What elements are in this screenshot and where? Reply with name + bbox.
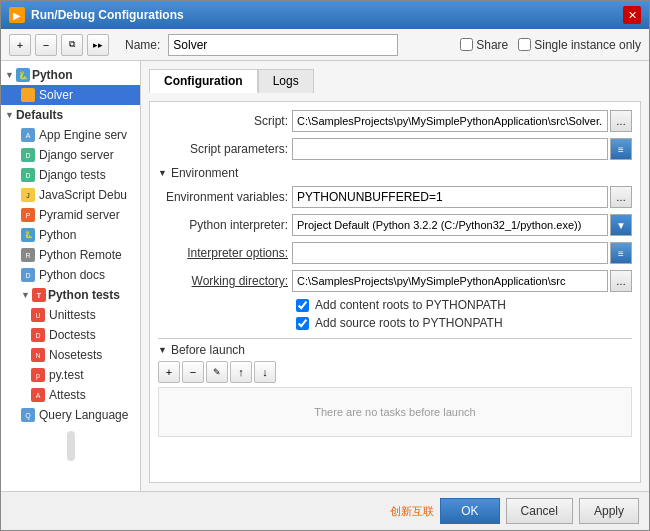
js-debug-label: JavaScript Debu [39,188,127,202]
django-tests-label: Django tests [39,168,106,182]
sidebar-item-query-language[interactable]: Q Query Language [1,405,140,425]
python-icon: 🐍 [21,228,35,242]
copy-config-button[interactable]: ⧉ [61,34,83,56]
python-group-label: Python [32,68,73,82]
name-row-right: Share Single instance only [460,38,641,52]
cancel-button[interactable]: Cancel [506,498,573,524]
share-checkbox[interactable] [460,38,473,51]
script-browse-button[interactable]: … [610,110,632,132]
defaults-group-label: Defaults [16,108,63,122]
title-bar: ▶ Run/Debug Configurations ✕ [1,1,649,29]
apply-button[interactable]: Apply [579,498,639,524]
launch-down-button[interactable]: ↓ [254,361,276,383]
right-panel: Configuration Logs Script: … Script para… [141,61,649,491]
sidebar-item-python[interactable]: 🐍 Python [1,225,140,245]
launch-toolbar: + − ✎ ↑ ↓ [158,361,632,383]
bottom-bar: 创新互联 OK Cancel Apply [1,491,649,530]
add-content-roots-checkbox[interactable] [296,299,309,312]
launch-add-button[interactable]: + [158,361,180,383]
unittests-icon: U [31,308,45,322]
python-tests-icon: T [32,288,46,302]
more-button[interactable]: ▸▸ [87,34,109,56]
sidebar-item-python-tests-group[interactable]: ▼ T Python tests [1,285,140,305]
sidebar-item-django-server[interactable]: D Django server [1,145,140,165]
sidebar-item-django-tests[interactable]: D Django tests [1,165,140,185]
watermark: 创新互联 [390,504,434,519]
sidebar: ▼ 🐍 Python Solver ▼ Defaults A App Engin… [1,61,141,491]
env-vars-input[interactable] [292,186,608,208]
add-source-roots-checkbox[interactable] [296,317,309,330]
sidebar-item-solver[interactable]: Solver [1,85,140,105]
sidebar-item-pytest[interactable]: p py.test [1,365,140,385]
script-params-browse-button[interactable]: ≡ [610,138,632,160]
interpreter-options-label: Interpreter options: [158,246,288,260]
add-source-roots-row: Add source roots to PYTHONPATH [158,316,632,330]
sidebar-item-python-remote[interactable]: R Python Remote [1,245,140,265]
env-vars-input-area: … [292,186,632,208]
add-config-button[interactable]: + [9,34,31,56]
launch-up-button[interactable]: ↑ [230,361,252,383]
python-interpreter-dropdown-button[interactable]: ▼ [610,214,632,236]
single-instance-checkbox-label[interactable]: Single instance only [518,38,641,52]
sidebar-item-app-engine[interactable]: A App Engine serv [1,125,140,145]
app-engine-label: App Engine serv [39,128,127,142]
sidebar-item-pyramid-server[interactable]: P Pyramid server [1,205,140,225]
python-interpreter-label: Python interpreter: [158,218,288,232]
sidebar-item-python-docs[interactable]: D Python docs [1,265,140,285]
sidebar-item-nosetests[interactable]: N Nosetests [1,345,140,365]
remove-config-button[interactable]: − [35,34,57,56]
python-interpreter-input[interactable] [292,214,608,236]
script-params-input-area: ≡ [292,138,632,160]
js-debug-icon: J [21,188,35,202]
working-dir-browse-button[interactable]: … [610,270,632,292]
sidebar-group-defaults[interactable]: ▼ Defaults [1,105,140,125]
python-label: Python [39,228,76,242]
window-icon: ▶ [9,7,25,23]
python-interpreter-input-area: ▼ [292,214,632,236]
sidebar-item-attests[interactable]: A Attests [1,385,140,405]
env-vars-browse-button[interactable]: … [610,186,632,208]
ok-button[interactable]: OK [440,498,499,524]
working-dir-input[interactable] [292,270,608,292]
interpreter-options-input[interactable] [292,242,608,264]
run-debug-configurations-window: ▶ Run/Debug Configurations ✕ + − ⧉ ▸▸ Na… [0,0,650,531]
tabs: Configuration Logs [149,69,641,93]
launch-remove-button[interactable]: − [182,361,204,383]
config-panel: Script: … Script parameters: ≡ [149,101,641,483]
doctests-icon: D [31,328,45,342]
app-engine-icon: A [21,128,35,142]
working-dir-label: Working directory: [158,274,288,288]
add-content-roots-row: Add content roots to PYTHONPATH [158,298,632,312]
sidebar-scrollbar[interactable] [67,431,75,461]
tab-logs[interactable]: Logs [258,69,314,93]
attests-icon: A [31,388,45,402]
sidebar-item-doctests[interactable]: D Doctests [1,325,140,345]
env-vars-row: Environment variables: … [158,186,632,208]
sidebar-item-unittests[interactable]: U Unittests [1,305,140,325]
env-vars-label: Environment variables: [158,190,288,204]
tab-configuration[interactable]: Configuration [149,69,258,93]
close-button[interactable]: ✕ [623,6,641,24]
python-group-arrow: ▼ [5,70,14,80]
script-input[interactable] [292,110,608,132]
script-params-input[interactable] [292,138,608,160]
query-language-label: Query Language [39,408,128,422]
django-server-icon: D [21,148,35,162]
add-source-roots-label: Add source roots to PYTHONPATH [315,316,503,330]
name-area: Name: Share Single instance only [125,34,641,56]
python-tests-arrow: ▼ [21,290,30,300]
sidebar-group-python[interactable]: ▼ 🐍 Python [1,65,140,85]
single-instance-checkbox[interactable] [518,38,531,51]
script-params-label: Script parameters: [158,142,288,156]
name-input[interactable] [168,34,398,56]
attests-label: Attests [49,388,86,402]
add-content-roots-label: Add content roots to PYTHONPATH [315,298,506,312]
share-checkbox-label[interactable]: Share [460,38,508,52]
working-dir-input-area: … [292,270,632,292]
interpreter-options-browse-button[interactable]: ≡ [610,242,632,264]
sidebar-item-js-debug[interactable]: J JavaScript Debu [1,185,140,205]
launch-edit-button[interactable]: ✎ [206,361,228,383]
launch-area: There are no tasks before launch [158,387,632,437]
doctests-label: Doctests [49,328,96,342]
query-icon: Q [21,408,35,422]
